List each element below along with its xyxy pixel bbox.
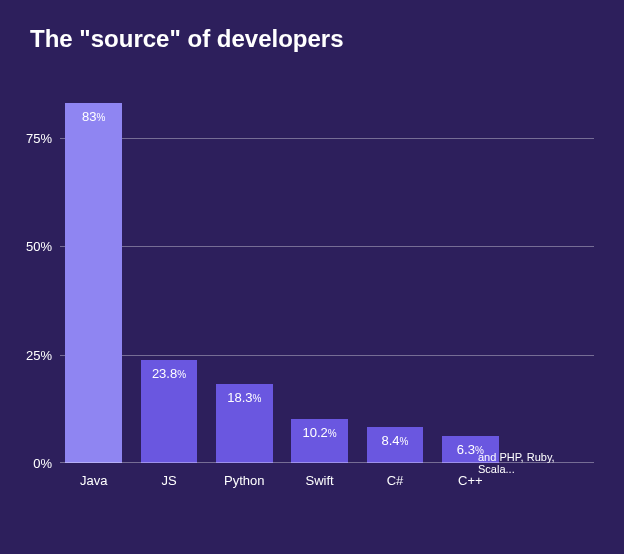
bar-value-label: 10.2% [303, 425, 337, 440]
plot-area: 0%25%50%75% 83%Java23.8%JS18.3%Python10.… [60, 73, 594, 503]
y-tick-label: 50% [26, 239, 60, 254]
bar-slot: 6.3%C++ [437, 73, 504, 463]
bar-slot: 10.2%Swift [286, 73, 353, 463]
x-tick-label: C++ [458, 473, 483, 488]
bar-value-label: 8.4% [381, 433, 408, 448]
x-tick-label: Java [80, 473, 107, 488]
bar: 18.3% [216, 384, 273, 463]
bar-slot: 8.4%C# [361, 73, 428, 463]
chart-title: The "source" of developers [30, 25, 594, 53]
x-tick-label: Python [224, 473, 264, 488]
y-tick-label: 25% [26, 347, 60, 362]
bar-value-label: 18.3% [227, 390, 261, 405]
bar: 23.8% [141, 360, 198, 463]
chart-container: The "source" of developers 0%25%50%75% 8… [0, 0, 624, 554]
bar-slot: 83%Java [60, 73, 127, 463]
x-tick-label: JS [161, 473, 176, 488]
chart-footnote: and PHP, Ruby, Scala... [474, 451, 594, 475]
bar-slot: 23.8%JS [135, 73, 202, 463]
x-tick-label: C# [387, 473, 404, 488]
bar: 83% [65, 103, 122, 463]
bar-value-label: 23.8% [152, 366, 186, 381]
bar: 10.2% [291, 419, 348, 463]
bar-value-label: 83% [82, 109, 105, 124]
bar: 8.4% [367, 427, 424, 463]
bars-row: 83%Java23.8%JS18.3%Python10.2%Swift8.4%C… [60, 73, 594, 463]
y-tick-label: 0% [33, 456, 60, 471]
y-tick-label: 75% [26, 130, 60, 145]
x-tick-label: Swift [306, 473, 334, 488]
bar-slot: 18.3%Python [211, 73, 278, 463]
